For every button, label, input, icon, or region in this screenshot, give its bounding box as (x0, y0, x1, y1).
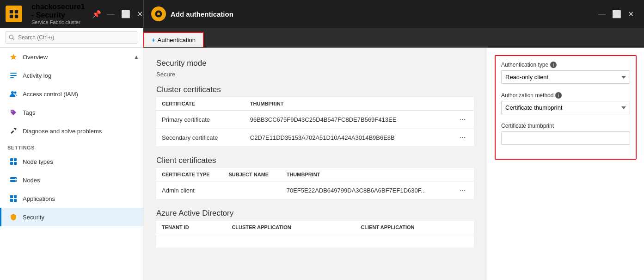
cert-name-cell: Primary certificate (156, 111, 245, 129)
auth-method-group: Authorization method i Certificate thumb… (501, 92, 630, 114)
svg-rect-23 (14, 195, 17, 198)
sidebar-item-security[interactable]: Security (0, 208, 143, 226)
svg-point-12 (14, 92, 17, 94)
auth-method-select[interactable]: Certificate thumbprint Common name (501, 101, 630, 114)
sidebar-item-tags[interactable]: Tags (0, 103, 143, 122)
rph-icon (151, 6, 166, 21)
auth-method-label-row: Authorization method i (501, 92, 630, 99)
sidebar-item-activity-log[interactable]: Activity log (0, 66, 143, 85)
sidebar-item-overview[interactable]: Overview ▲ (0, 48, 143, 66)
minimize-button[interactable]: — (104, 8, 117, 20)
svg-line-6 (13, 38, 14, 40)
wrench-icon (9, 126, 18, 136)
right-panel: Authentication type i Read-only client A… (487, 48, 644, 280)
applications-label: Applications (23, 195, 55, 202)
rph-close-button[interactable]: ✕ (625, 8, 637, 20)
row-menu-button[interactable]: ··· (457, 132, 468, 142)
auth-type-info-icon[interactable]: i (550, 62, 557, 68)
svg-rect-25 (14, 199, 17, 202)
rph-maximize-button[interactable]: ⬜ (609, 8, 624, 20)
authentication-tab[interactable]: + Authentication (143, 32, 204, 47)
security-mode-section: Security mode Secure (156, 59, 474, 78)
row-menu-button[interactable]: ··· (457, 114, 468, 124)
sidebar-item-node-types[interactable]: Node types (0, 152, 143, 171)
cert-type-cell: Admin client (156, 181, 223, 199)
aad-title: Azure Active Directory (156, 209, 474, 218)
sidebar-item-diagnose[interactable]: Diagnose and solve problems (0, 122, 143, 140)
col-client-app: Client Application (355, 221, 474, 234)
svg-point-5 (9, 35, 13, 39)
maximize-button[interactable]: ⬜ (118, 8, 133, 20)
app-main-title: chackosecure1 - Security (31, 3, 85, 19)
nodes-icon (9, 157, 18, 166)
svg-point-20 (15, 178, 16, 179)
cert-thumbprint-label: Certificate thumbprint (501, 123, 554, 129)
tags-label: Tags (23, 109, 35, 116)
chevron-up-icon: ▲ (134, 54, 139, 60)
row-menu-button[interactable]: ··· (457, 185, 468, 195)
svg-rect-10 (10, 77, 14, 78)
server-icon (9, 175, 18, 185)
tag-icon (9, 108, 18, 117)
security-mode-title: Security mode (156, 59, 474, 68)
auth-type-group: Authentication type i Read-only client A… (501, 62, 630, 84)
client-certs-title: Client certificates (156, 156, 474, 165)
svg-rect-15 (14, 158, 17, 161)
svg-point-13 (12, 111, 12, 112)
col-thumbprint2: Thumbprint (281, 168, 451, 181)
main-content: Security mode Secure Cluster certificate… (143, 48, 487, 280)
client-certs-table: Certificate Type Subject Name Thumbprint… (156, 168, 474, 199)
pin-icon[interactable]: 📌 (90, 8, 104, 20)
auth-type-select[interactable]: Read-only client Admin client (501, 70, 630, 84)
settings-header: SETTINGS (0, 140, 143, 152)
auth-form: Authentication type i Read-only client A… (495, 55, 637, 160)
sidebar: Overview ▲ Activity log Access control (… (0, 48, 143, 280)
svg-point-11 (11, 91, 14, 94)
svg-rect-2 (10, 15, 13, 18)
cluster-certs-title: Cluster certificates (156, 85, 474, 94)
sidebar-item-access-control[interactable]: Access control (IAM) (0, 85, 143, 103)
search-input[interactable] (6, 31, 137, 44)
auth-method-info-icon[interactable]: i (555, 92, 562, 99)
app-icon (6, 6, 22, 22)
sidebar-item-applications[interactable]: Applications (0, 189, 143, 208)
col-cluster-app: Cluster Application (226, 221, 355, 234)
tab-plus-icon: + (152, 37, 155, 44)
security-label: Security (23, 214, 44, 221)
search-box (6, 31, 137, 44)
search-icon (9, 35, 15, 41)
cert-name-cell: Secondary certificate (156, 129, 245, 147)
star-icon (9, 52, 18, 62)
rph-minimize-button[interactable]: — (595, 8, 608, 20)
aad-table: Tenant ID Cluster Application Client App… (156, 221, 474, 248)
col-thumbprint: Thumbprint (245, 97, 451, 111)
table-row: Primary certificate 96BB3CC675F9D43C25D4… (156, 111, 474, 129)
table-row: Admin client 70EF5E22ADB649799DA3C8B6A6B… (156, 181, 474, 199)
subject-name-cell (223, 181, 281, 199)
auth-method-label: Authorization method (501, 92, 553, 99)
sidebar-item-nodes[interactable]: Nodes (0, 171, 143, 189)
cert-thumbprint-cell: 96BB3CC675F9D43C25D4B547FC8DE7B569F413EE (245, 111, 451, 129)
diagnose-label: Diagnose and solve problems (23, 128, 102, 135)
col-subject-name: Subject Name (223, 168, 281, 181)
sidebar-nav: Overview ▲ Activity log Access control (… (0, 48, 143, 280)
app-subtitle: Service Fabric cluster (31, 19, 85, 25)
auth-type-label: Authentication type (501, 62, 548, 68)
auth-type-label-row: Authentication type i (501, 62, 630, 68)
svg-rect-1 (15, 10, 18, 13)
applications-icon (9, 194, 18, 203)
col-cert-type: Certificate Type (156, 168, 223, 181)
svg-rect-22 (10, 195, 13, 198)
people-icon (9, 89, 18, 99)
col-certificate: Certificate (156, 97, 245, 111)
table-row: Secondary certificate C2D7E11DD35153A702… (156, 129, 474, 147)
svg-rect-0 (10, 10, 13, 13)
nodes-label: Nodes (23, 177, 40, 184)
svg-rect-9 (10, 75, 17, 76)
activity-log-label: Activity log (23, 72, 51, 79)
access-control-label: Access control (IAM) (23, 91, 78, 98)
tab-label: Authentication (158, 37, 196, 44)
svg-rect-8 (10, 73, 17, 74)
cert-thumbprint-input[interactable] (501, 131, 630, 145)
thumbprint-cell: 70EF5E22ADB649799DA3C8B6A6BF7EF1D630F... (281, 181, 451, 199)
